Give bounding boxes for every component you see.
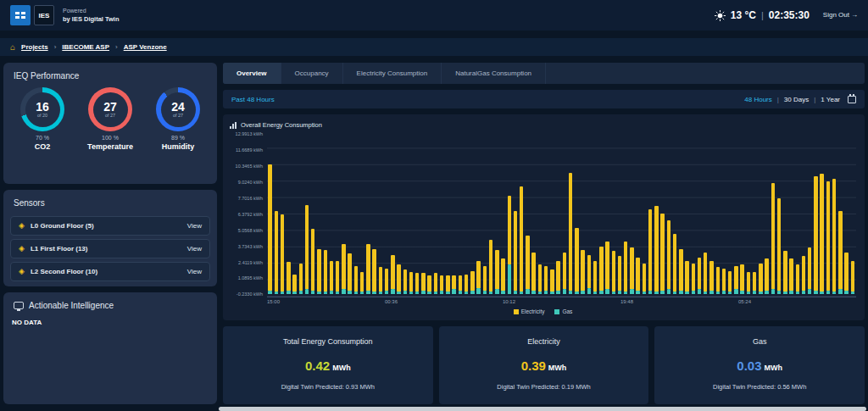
gauge-ring: 27 of 27 xyxy=(88,87,132,131)
y-tick-label: 12.9913 kWh xyxy=(236,132,263,137)
bar xyxy=(508,132,511,297)
actionable-intelligence-panel: Actionable Intelligence NO DATA xyxy=(3,292,217,404)
y-tick-label: 5.0568 kWh xyxy=(238,229,263,234)
gauge-of-label: of 27 xyxy=(173,113,183,118)
bar xyxy=(740,132,743,297)
range-option-1-year[interactable]: 1 Year xyxy=(821,96,840,103)
breadcrumb-separator: › xyxy=(115,43,118,51)
bar xyxy=(624,132,627,297)
ies-logo-icon xyxy=(10,5,31,25)
top-bar-right: 13 °C | 02:35:30 Sign Out→ xyxy=(715,9,858,21)
range-option-30-days[interactable]: 30 Days xyxy=(784,96,809,103)
sensor-row-l1-first-floor[interactable]: ◈ L1 First Floor (13) View xyxy=(10,239,210,258)
bar xyxy=(844,132,848,297)
bar xyxy=(826,132,830,297)
bar xyxy=(759,132,762,297)
chart-x-axis: 15:0000:3610:1219:4805:24 xyxy=(267,297,856,306)
tab-occupancy[interactable]: Occupancy xyxy=(281,63,343,84)
range-separator: | xyxy=(777,96,779,103)
bar xyxy=(275,132,278,297)
card-title: Total Energy Consumption xyxy=(223,337,433,346)
bar xyxy=(692,132,695,297)
bar xyxy=(838,132,842,297)
sign-out-link[interactable]: Sign Out→ xyxy=(823,11,858,19)
bar xyxy=(581,132,584,297)
chart-legend: Electricity Gas xyxy=(230,306,856,317)
bar xyxy=(427,132,431,297)
y-tick-label: 2.4119 kWh xyxy=(238,261,263,266)
card-total-energy-consumption: Total Energy Consumption 0.42MWh Digital… xyxy=(223,326,433,404)
bar xyxy=(281,132,284,297)
home-icon[interactable]: ⌂ xyxy=(10,43,15,52)
bar xyxy=(636,132,639,297)
y-tick-label: 9.0240 kWh xyxy=(238,181,263,186)
breadcrumb-separator: › xyxy=(54,43,57,51)
breadcrumb-projects[interactable]: Projects xyxy=(21,43,48,51)
sensor-row-l0-ground-floor[interactable]: ◈ L0 Ground Floor (5) View xyxy=(10,216,210,236)
gauge-of-label: of 27 xyxy=(105,113,115,118)
temperature-readout: 13 °C xyxy=(731,9,756,21)
sun-icon xyxy=(715,10,726,21)
bar xyxy=(514,132,517,297)
y-tick-label: 3.7343 kWh xyxy=(238,245,263,250)
bar xyxy=(372,132,376,297)
content: IEQ Performance 16 of 20 70 % CO2 xyxy=(0,56,868,404)
sensor-label: L2 Second Floor (10) xyxy=(31,268,181,275)
calendar-icon[interactable] xyxy=(848,96,856,103)
card-value: 0.03 xyxy=(737,358,761,373)
sensor-view-link[interactable]: View xyxy=(187,268,202,275)
sensor-view-link[interactable]: View xyxy=(187,245,202,253)
bar xyxy=(667,132,670,297)
chart-plot-area xyxy=(267,132,856,297)
gauge-humidity: 24 of 27 89 % Humidity xyxy=(147,87,209,151)
bar xyxy=(440,132,443,297)
bar xyxy=(716,132,720,297)
bar xyxy=(654,132,658,297)
chart-y-axis: 12.9913 kWh11.6689 kWh10.3465 kWh9.0240 … xyxy=(230,132,267,297)
card-title: Electricity xyxy=(439,337,649,346)
range-option-48-hours[interactable]: 48 Hours xyxy=(744,96,771,103)
gauge-co2: 16 of 20 70 % CO2 xyxy=(12,87,73,151)
y-tick-label: 1.0895 kWh xyxy=(238,276,263,281)
bar xyxy=(489,132,492,297)
breadcrumb: ⌂ Projects › IBECOME ASP › ASP Venzone xyxy=(0,38,868,56)
tab-overview[interactable]: Overview xyxy=(223,63,281,84)
horizontal-scrollbar[interactable] xyxy=(219,407,866,411)
sensor-row-l2-second-floor[interactable]: ◈ L2 Second Floor (10) View xyxy=(10,262,210,281)
breadcrumb-ibecome-asp[interactable]: IBECOME ASP xyxy=(62,43,109,51)
bar xyxy=(802,132,805,297)
bar xyxy=(796,132,799,297)
bar xyxy=(734,132,737,297)
card-title: Gas xyxy=(654,337,865,346)
legend-label: Gas xyxy=(562,308,572,314)
bar xyxy=(556,132,559,297)
gas-swatch-icon xyxy=(554,309,559,314)
bar xyxy=(679,132,682,297)
bar xyxy=(569,132,572,297)
card-value: 0.39 xyxy=(521,358,546,373)
bar xyxy=(851,132,854,297)
range-separator: | xyxy=(814,96,815,103)
bar xyxy=(287,132,290,297)
bar xyxy=(630,132,633,297)
sidebar: IEQ Performance 16 of 20 70 % CO2 xyxy=(3,63,217,404)
bar xyxy=(342,132,345,297)
tab-naturalgas-consumption[interactable]: NaturalGas Consumption xyxy=(442,63,546,84)
app-root: IES Powered by IES Digital Twin 13 °C | … xyxy=(0,0,868,411)
bar xyxy=(531,132,535,297)
bar xyxy=(483,132,487,297)
tab-electricity-consumption[interactable]: Electricity Consumption xyxy=(343,63,442,84)
bar xyxy=(648,132,652,297)
breadcrumb-asp-venzone[interactable]: ASP Venzone xyxy=(124,43,167,51)
sensor-view-link[interactable]: View xyxy=(187,222,202,230)
card-value: 0.42 xyxy=(305,358,330,373)
gauge-label: Humidity xyxy=(147,142,209,151)
range-current-label: Past 48 Hours xyxy=(231,96,275,103)
bar xyxy=(722,132,726,297)
bar xyxy=(354,132,358,297)
y-tick-label: 10.3465 kWh xyxy=(236,164,263,169)
monitor-icon xyxy=(14,302,24,309)
legend-electricity: Electricity xyxy=(514,308,545,314)
gauge-label: CO2 xyxy=(12,142,73,151)
bar xyxy=(348,132,351,297)
